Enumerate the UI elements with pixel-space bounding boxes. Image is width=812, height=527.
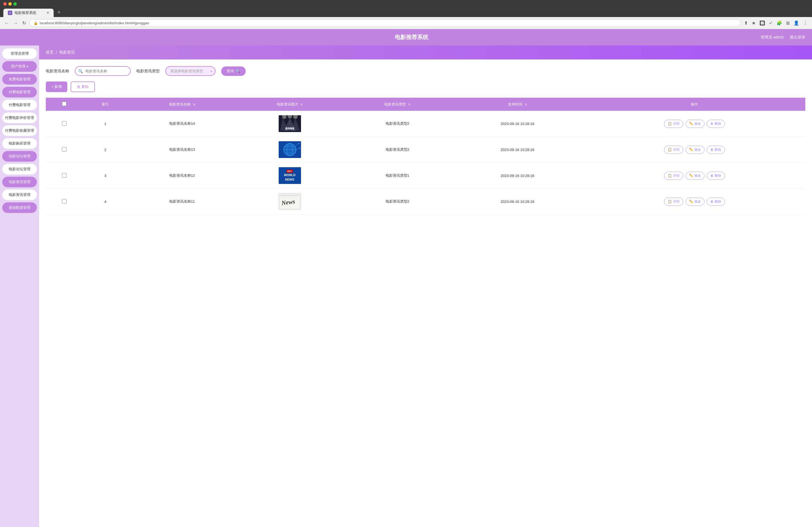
extensions-btn[interactable]: 🧩	[775, 19, 783, 27]
sidebar: 管理员管理 用户管理 ▾ 免费电影管理 付费电影管理 付费电影管理 付费电影评价…	[0, 45, 39, 527]
url-bar[interactable]: 🔒 localhost:8080/dianyingtuijianxitong/a…	[29, 19, 741, 27]
sidebar-item-admin-mgmt[interactable]: 管理员管理	[2, 48, 37, 59]
sidebar-item-news2[interactable]: 电影资讯管理	[2, 190, 37, 200]
row2-detail-btn[interactable]: 📋 详情	[664, 146, 683, 154]
row4-time: 2023-09-16 10:28:16	[451, 189, 584, 215]
row3-detail-btn[interactable]: 📋 详情	[664, 172, 683, 180]
row3-delete-btn[interactable]: 🗑 删除	[707, 172, 725, 180]
row1-delete-btn[interactable]: 🗑 删除	[707, 120, 725, 128]
svg-rect-20	[281, 195, 299, 196]
select-all-checkbox[interactable]	[62, 102, 67, 106]
window-minimize-btn[interactable]	[9, 2, 12, 5]
sidebar-item-basic-data[interactable]: 基础数据管理	[2, 202, 37, 213]
window-maximize-btn[interactable]	[13, 2, 17, 5]
chevron-down-icon: ▾	[27, 65, 28, 68]
search-icon: 🔍	[78, 69, 83, 73]
table-row: 3 电影资讯名称12 BBC WORLD NEWS	[46, 163, 805, 189]
profile-btn[interactable]: 👤	[793, 19, 800, 27]
extension-vivaldi-btn[interactable]: 🔲	[758, 19, 766, 27]
row2-actions: 📋 详情 ✏️ 修改 🗑 删除	[584, 137, 805, 163]
row1-checkbox[interactable]	[62, 121, 67, 126]
col-index: 索引	[82, 98, 128, 111]
row3-checkbox-cell	[46, 163, 82, 189]
sort-icon-type[interactable]: ⇅	[408, 103, 410, 106]
sidebar-item-paid-review[interactable]: 付费电影评价管理	[2, 113, 37, 123]
row2-image	[279, 141, 301, 158]
bookmark-btn[interactable]: ★	[751, 19, 757, 27]
reload-btn[interactable]: ↻	[21, 19, 27, 27]
col-image: 电影资讯图片 ⇅	[236, 98, 344, 111]
sort-icon-name[interactable]: ⇅	[193, 103, 195, 106]
browser-tab-active[interactable]: V 电影推荐系统 ×	[3, 9, 54, 17]
svg-rect-22	[281, 197, 298, 198]
row1-detail-btn[interactable]: 📋 详情	[664, 120, 683, 128]
search-button[interactable]: 查询 🔍	[221, 67, 246, 76]
row2-edit-btn[interactable]: ✏️ 修改	[685, 146, 705, 154]
table-row: 1 电影资讯名称14	[46, 111, 805, 137]
row3-edit-btn[interactable]: ✏️ 修改	[685, 172, 705, 180]
row2-type: 电影资讯类型2	[344, 137, 451, 163]
row3-checkbox[interactable]	[62, 173, 67, 177]
row1-image-cell: 新闻播报	[236, 111, 344, 137]
search-btn-label: 查询	[227, 69, 234, 74]
search-name-input[interactable]	[75, 66, 131, 76]
split-view-btn[interactable]: ⊞	[785, 19, 791, 27]
row2-checkbox[interactable]	[62, 147, 67, 151]
data-table: 索引 电影资讯名称 ⇅ 电影资讯图片 ⇅ 电影资讯类型 ⇅ 发布时间 ⇅ 操作	[46, 98, 805, 215]
add-button[interactable]: + 新增	[46, 82, 67, 92]
row2-image-cell	[236, 137, 344, 163]
row4-edit-btn[interactable]: ✏️ 修改	[685, 197, 705, 206]
content-area: 电影资讯名称 🔍 电影资讯类型 请选择电影资讯类型 电影资讯类型1 电影资讯类型…	[39, 59, 812, 221]
row4-name: 电影资讯名称11	[128, 189, 236, 215]
breadcrumb: 首页 / 电影资讯	[39, 45, 812, 59]
back-btn[interactable]: ←	[3, 19, 10, 27]
svg-rect-21	[281, 196, 294, 197]
search-type-select[interactable]: 请选择电影资讯类型 电影资讯类型1 电影资讯类型2	[165, 66, 216, 76]
svg-point-16	[298, 143, 299, 144]
header-user-section: 管理员 admin 退出登录	[760, 35, 805, 40]
row2-time: 2023-09-16 10:28:16	[451, 137, 584, 163]
batch-delete-button[interactable]: 🗑 删除	[71, 82, 95, 92]
row3-name: 电影资讯名称12	[128, 163, 236, 189]
sidebar-item-movie-buy[interactable]: 电影购买管理	[2, 138, 37, 149]
row4-checkbox[interactable]	[62, 199, 67, 204]
row2-name: 电影资讯名称13	[128, 137, 236, 163]
sort-icon-image[interactable]: ⇅	[301, 103, 303, 106]
new-tab-btn[interactable]: +	[55, 8, 63, 17]
sidebar-item-free-movie[interactable]: 免费电影管理	[2, 74, 37, 85]
row4-checkbox-cell	[46, 189, 82, 215]
sidebar-item-paid-movie[interactable]: 付费电影管理	[2, 87, 37, 98]
row3-type: 电影资讯类型1	[344, 163, 451, 189]
forward-btn[interactable]: →	[12, 19, 19, 27]
row3-index: 3	[82, 163, 128, 189]
search-btn-icon: 🔍	[236, 69, 240, 73]
sidebar-item-forum[interactable]: 电影论坛管理	[2, 151, 37, 162]
row3-actions: 📋 详情 ✏️ 修改 🗑 删除	[584, 163, 805, 189]
share-btn[interactable]: ⬆	[743, 19, 749, 27]
row2-delete-btn[interactable]: 🗑 删除	[707, 146, 725, 154]
window-close-btn[interactable]	[3, 2, 7, 5]
row4-type: 电影资讯类型2	[344, 189, 451, 215]
sidebar-item-paid-movie2[interactable]: 付费电影管理	[2, 100, 37, 110]
sidebar-item-paid-fav[interactable]: 付费电影收藏管理	[2, 125, 37, 136]
sort-icon-time[interactable]: ⇅	[525, 103, 527, 106]
menu-btn[interactable]: ⋮	[802, 19, 809, 27]
sidebar-item-forum2[interactable]: 电影论坛管理	[2, 164, 37, 174]
sidebar-item-news-active[interactable]: 电影资讯管理	[2, 177, 37, 187]
sidebar-item-user-mgmt[interactable]: 用户管理 ▾	[2, 61, 37, 72]
lock-icon: 🔒	[33, 21, 38, 25]
row1-type: 电影资讯类型2	[344, 111, 451, 137]
row4-image: News	[279, 193, 301, 210]
logout-link[interactable]: 退出登录	[790, 35, 805, 40]
extension-check-btn[interactable]: ✓	[768, 19, 774, 27]
row3-image: BBC WORLD NEWS	[279, 167, 301, 184]
table-row: 2 电影资讯名称13	[46, 137, 805, 163]
row4-delete-btn[interactable]: 🗑 删除	[707, 197, 725, 206]
row1-image: 新闻播报	[279, 115, 301, 132]
tab-close-btn[interactable]: ×	[47, 11, 49, 15]
breadcrumb-home[interactable]: 首页	[46, 50, 54, 55]
row1-edit-btn[interactable]: ✏️ 修改	[685, 120, 705, 128]
row4-detail-btn[interactable]: 📋 详情	[664, 197, 683, 206]
row1-checkbox-cell	[46, 111, 82, 137]
col-checkbox	[46, 98, 82, 111]
